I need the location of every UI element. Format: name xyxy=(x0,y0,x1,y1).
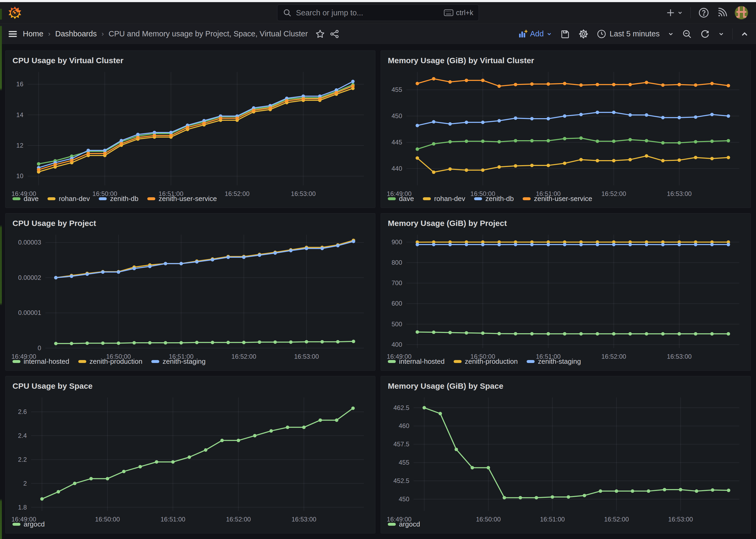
time-series-chart[interactable]: 1012141616:49:0016:50:0016:51:0016:52:00… xyxy=(11,68,370,193)
time-range-picker[interactable]: Last 5 minutes xyxy=(597,29,660,39)
series-color-chip xyxy=(78,360,86,363)
legend-label: internal-hosted xyxy=(399,357,445,366)
series-internal-hosted xyxy=(416,330,730,336)
legend: argocd xyxy=(11,518,370,531)
breadcrumb-current-dashboard: CPU and Memory usage by Project, Space, … xyxy=(108,30,308,38)
panel-cpu-by-space: CPU Usage by Space 1.822.22.42.616:49:00… xyxy=(5,376,375,533)
svg-text:0.00001: 0.00001 xyxy=(18,309,41,316)
chart-canvas[interactable]: 00.000010.000020.0000316:49:0016:50:0016… xyxy=(11,230,370,363)
svg-text:455: 455 xyxy=(391,86,402,93)
svg-text:455: 455 xyxy=(399,459,409,466)
legend-item-internal-hosted[interactable]: internal-hosted xyxy=(13,357,69,366)
avatar[interactable] xyxy=(735,6,748,19)
legend-label: zenith-production xyxy=(90,357,142,366)
legend-item-dave[interactable]: dave xyxy=(13,194,38,203)
panel-title[interactable]: Memory Usage (GiB) by Space xyxy=(386,379,745,393)
series-color-chip xyxy=(99,197,107,200)
time-series-chart[interactable]: 00.000010.000020.0000316:49:0016:50:0016… xyxy=(11,230,370,355)
star-icon[interactable] xyxy=(315,29,325,39)
svg-text:462.5: 462.5 xyxy=(393,404,409,411)
breadcrumb-home[interactable]: Home xyxy=(23,30,43,38)
chart-canvas[interactable]: 40050060070080090016:49:0016:50:0016:51:… xyxy=(386,230,745,363)
series-dave xyxy=(37,83,355,165)
keyboard-icon xyxy=(444,9,453,17)
series-rohan-dev xyxy=(37,87,355,173)
chart-axes: 40050060070080090016:49:0016:50:0016:51:… xyxy=(387,235,739,360)
rss-icon xyxy=(717,7,727,18)
panel-title[interactable]: Memory Usage (GiB) by Project xyxy=(386,217,745,230)
add-panel-button[interactable]: Add xyxy=(518,30,552,38)
svg-text:452.5: 452.5 xyxy=(393,477,409,484)
legend-item-zenith-production[interactable]: zenith-production xyxy=(78,357,142,366)
refresh-icon[interactable] xyxy=(700,29,710,39)
series-color-chip xyxy=(388,360,396,363)
time-series-chart[interactable]: 44044545045516:49:0016:50:0016:51:0016:5… xyxy=(386,68,745,193)
legend-item-zenith-user-service[interactable]: zenith-user-service xyxy=(147,194,217,203)
legend: daverohan-devzenith-dbzenith-user-servic… xyxy=(386,193,745,205)
legend-item-zenith-staging[interactable]: zenith-staging xyxy=(527,357,581,366)
chart-canvas[interactable]: 44044545045516:49:0016:50:0016:51:0016:5… xyxy=(386,68,745,201)
chevron-down-icon[interactable] xyxy=(668,31,674,37)
chart-canvas[interactable]: 450452.5455457.5460462.516:49:0016:50:00… xyxy=(386,393,745,526)
zoom-out-icon[interactable] xyxy=(682,29,692,39)
save-icon[interactable] xyxy=(560,29,570,39)
legend-label: zenith-db xyxy=(110,194,138,203)
panel-title[interactable]: CPU Usage by Virtual Cluster xyxy=(11,54,370,68)
series-color-chip xyxy=(151,360,159,363)
legend-item-dave[interactable]: dave xyxy=(388,194,414,203)
share-icon[interactable] xyxy=(330,29,339,39)
legend-item-rohan-dev[interactable]: rohan-dev xyxy=(47,194,90,203)
series-color-chip xyxy=(13,360,21,363)
panel-title[interactable]: Memory Usage (GiB) by Virtual Cluster xyxy=(386,54,745,68)
chart-canvas[interactable]: 1.822.22.42.616:49:0016:50:0016:51:0016:… xyxy=(11,393,370,526)
divider xyxy=(690,7,691,18)
legend-item-zenith-db[interactable]: zenith-db xyxy=(474,194,514,203)
help-button[interactable] xyxy=(698,7,709,18)
settings-gear-icon[interactable] xyxy=(578,29,589,39)
panel-title[interactable]: CPU Usage by Space xyxy=(11,379,370,393)
svg-text:14: 14 xyxy=(16,111,23,118)
breadcrumb-separator: › xyxy=(102,30,104,38)
series-color-chip xyxy=(527,360,535,363)
plus-icon xyxy=(665,8,676,18)
chevron-down-icon[interactable] xyxy=(718,31,724,37)
legend-label: zenith-staging xyxy=(538,357,581,366)
series-zenith-production xyxy=(416,240,730,244)
legend-item-zenith-db[interactable]: zenith-db xyxy=(99,194,138,203)
legend-item-internal-hosted[interactable]: internal-hosted xyxy=(388,357,445,366)
chart-canvas[interactable]: 1012141616:49:0016:50:0016:51:0016:52:00… xyxy=(11,68,370,201)
time-series-chart[interactable]: 40050060070080090016:49:0016:50:0016:51:… xyxy=(386,230,745,355)
legend-label: rohan-dev xyxy=(434,194,465,203)
time-series-chart[interactable]: 1.822.22.42.616:49:0016:50:0016:51:0016:… xyxy=(11,393,370,518)
legend-item-zenith-staging[interactable]: zenith-staging xyxy=(151,357,205,366)
legend-label: dave xyxy=(24,194,38,203)
panel-cpu-by-project: CPU Usage by Project 00.000010.000020.00… xyxy=(5,213,375,371)
grafana-logo-icon[interactable] xyxy=(8,6,22,20)
svg-text:457.5: 457.5 xyxy=(393,440,409,448)
panel-title[interactable]: CPU Usage by Project xyxy=(11,217,370,230)
global-search[interactable]: ctrl+k xyxy=(277,5,479,21)
series-argocd xyxy=(40,407,355,501)
window-top-strip xyxy=(0,0,756,2)
series-color-chip xyxy=(47,197,55,200)
series-color-chip xyxy=(13,523,21,526)
series-zenith-staging xyxy=(416,243,730,246)
legend-item-zenith-production[interactable]: zenith-production xyxy=(454,357,517,366)
menu-icon[interactable] xyxy=(7,29,18,39)
svg-text:440: 440 xyxy=(391,165,402,172)
breadcrumb-dashboards[interactable]: Dashboards xyxy=(55,30,97,38)
legend: argocd xyxy=(386,518,745,531)
legend-item-argocd[interactable]: argocd xyxy=(13,520,45,528)
search-input[interactable] xyxy=(296,9,440,17)
news-button[interactable] xyxy=(717,7,727,18)
legend-item-argocd[interactable]: argocd xyxy=(388,520,420,528)
new-menu-button[interactable] xyxy=(665,8,683,18)
svg-text:800: 800 xyxy=(391,259,402,266)
legend-label: argocd xyxy=(399,520,420,528)
help-icon xyxy=(698,7,709,18)
legend-item-zenith-user-service[interactable]: zenith-user-service xyxy=(523,194,592,203)
legend-item-rohan-dev[interactable]: rohan-dev xyxy=(423,194,465,203)
panel-memory-by-space: Memory Usage (GiB) by Space 450452.54554… xyxy=(381,376,751,533)
collapse-up-icon[interactable] xyxy=(741,30,749,38)
time-series-chart[interactable]: 450452.5455457.5460462.516:49:0016:50:00… xyxy=(386,393,745,518)
